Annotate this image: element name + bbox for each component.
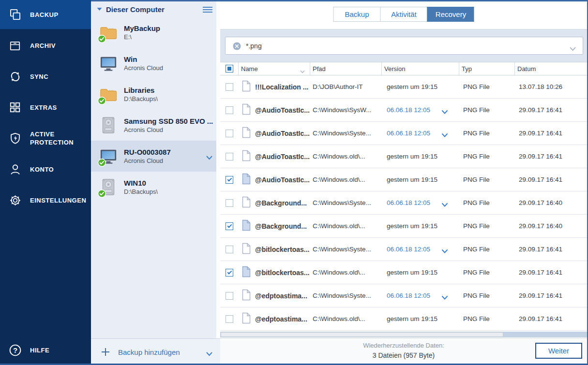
sidebar-item-extras[interactable]: EXTRAS [0,92,91,123]
search-input[interactable] [246,38,563,54]
row-checkbox[interactable] [226,315,233,323]
table-row[interactable]: @bitlockertoas... C:\Windows.old\... ges… [220,261,587,284]
row-checkbox[interactable] [226,153,233,161]
table-row[interactable]: @edptoastima... C:\Windows\Syste... 06.0… [220,284,587,307]
svg-text:?: ? [13,346,17,354]
sidebar-item-sync[interactable]: SYNC [0,61,91,92]
backup-name: Samsung SSD 850 EVO ... [124,117,213,125]
tab-backup[interactable]: Backup [333,7,380,22]
row-checkbox[interactable] [226,106,233,114]
table-row[interactable]: @Background... C:\Windows.old\... gester… [220,215,587,238]
select-all-checkbox[interactable] [226,65,233,73]
table-header: Name Pfad Version Typ Datum [220,62,587,75]
sidebar-item-konto[interactable]: KONTO [0,154,91,185]
file-path: C:\Windows\Syste... [310,122,382,145]
file-version[interactable]: gestern um 19:15 [387,315,437,322]
file-version[interactable]: 06.06.18 12:05 [387,246,430,253]
backup-name: Win [124,55,163,63]
badge-check-icon [98,190,106,198]
extras-icon [0,101,30,114]
backup-location: Acronis Cloud [124,64,163,72]
horizontal-scrollbar[interactable] [220,332,587,337]
folder-icon [99,85,118,104]
version-dropdown-icon[interactable] [442,131,448,139]
next-button[interactable]: Weiter [535,343,582,359]
panel-scrollbar[interactable] [216,1,220,338]
file-version[interactable]: gestern um 19:15 [387,83,437,90]
backup-item-ru-o0003087[interactable]: RU-O0003087 Acronis Cloud [91,141,220,172]
triangle-down-icon [97,7,102,11]
backup-location: D:\Backups\ [124,188,158,195]
file-name: @AudioToastIc... [255,130,310,137]
table-row[interactable]: @AudioToastIc... C:\Windows.old\... gest… [220,168,587,191]
row-checkbox[interactable] [226,246,233,253]
table-row[interactable]: @AudioToastIc... C:\Windows\Syste... 06.… [220,122,587,145]
file-name: @AudioToastIc... [255,153,310,161]
file-version[interactable]: 06.06.18 12:05 [387,106,430,114]
row-checkbox[interactable] [226,199,233,207]
sync-icon [0,70,30,83]
sidebar-item-backup[interactable]: BACKUP [0,0,91,30]
backup-item-win10[interactable]: WIN10 D:\Backups\ [91,172,220,203]
sidebar-item-active-protection[interactable]: ACTIVE PROTECTION [0,123,91,154]
row-checkbox[interactable] [226,83,233,91]
backup-item-mybackup[interactable]: MyBackup E:\ [91,17,220,48]
file-version[interactable]: gestern um 19:15 [387,153,437,160]
add-backup-button[interactable]: Backup hinzufügen [91,338,220,365]
table-row[interactable]: @AudioToastIc... C:\Windows\SysW... 06.0… [220,99,587,122]
backup-panel-header[interactable]: Dieser Computer [91,1,220,17]
tab-recovery[interactable]: Recovery [427,7,474,22]
file-version[interactable]: gestern um 19:15 [387,176,437,183]
version-dropdown-icon[interactable] [442,201,448,208]
drive-icon [99,177,118,197]
column-header-name[interactable]: Name [239,62,310,75]
file-version[interactable]: gestern um 19:15 [387,222,437,230]
tabs-row: Backup Aktivität Recovery [220,1,587,29]
archive-icon [0,39,30,52]
version-dropdown-icon[interactable] [442,294,448,301]
backup-item-libraries[interactable]: Libraries D:\Backups\ [91,79,220,110]
column-header-pfad[interactable]: Pfad [310,62,382,75]
version-dropdown-icon[interactable] [442,108,448,116]
file-name: @bitlockertoas... [255,246,309,253]
select-all-checkbox-cell [220,62,239,75]
file-name: @edptoastima... [255,292,307,300]
table-row[interactable]: @bitlockertoas... C:\Windows\Syste... 06… [220,238,587,261]
version-dropdown-icon[interactable] [442,248,448,255]
file-date: 29.09.17 16:40 [515,191,587,214]
file-version[interactable]: 06.06.18 12:05 [387,130,430,137]
sidebar-item-hilfe[interactable]: ? HILFE [0,337,91,364]
file-date: 29.09.17 16:41 [515,238,587,261]
help-label: HILFE [30,346,49,354]
table-row[interactable]: !!!Localization ... D:\JOB\Author-IT ges… [220,75,587,99]
menu-icon[interactable] [203,5,212,14]
file-version[interactable]: 06.06.18 12:05 [387,292,430,299]
row-checkbox[interactable] [226,292,233,300]
file-name: @edptoastima... [255,315,307,323]
file-path: C:\Windows.old\... [310,261,382,284]
chevron-down-icon[interactable] [206,350,212,358]
row-checkbox[interactable] [226,222,233,230]
sort-icon[interactable] [300,68,305,75]
chevron-down-icon[interactable] [206,153,212,162]
file-version[interactable]: 06.06.18 12:05 [387,199,430,206]
backup-item-win[interactable]: Win Acronis Cloud [91,48,220,79]
table-row[interactable]: @AudioToastIc... C:\Windows.old\... gest… [220,145,587,168]
row-checkbox[interactable] [226,176,233,184]
sidebar-item-einstellungen[interactable]: EINSTELLUNGEN [0,185,91,216]
sidebar-item-archiv[interactable]: ARCHIV [0,30,91,61]
file-version[interactable]: gestern um 19:15 [387,269,437,276]
sidebar: BACKUP ARCHIV SYNC EXTRAS ACTIVE PROTECT… [0,0,91,365]
row-checkbox[interactable] [226,130,233,137]
search-dropdown-icon[interactable] [570,44,576,53]
table-row[interactable]: @edptoastima... C:\Windows.old\... geste… [220,307,587,331]
table-row[interactable]: @Background... C:\Windows\Syste... 06.06… [220,191,587,215]
scrollbar-thumb[interactable] [221,332,503,337]
row-checkbox[interactable] [226,269,233,277]
backup-item-samsung-ssd-850-evo[interactable]: Samsung SSD 850 EVO ... Acronis Cloud [91,110,220,141]
column-header-datum[interactable]: Datum [515,62,587,75]
column-header-version[interactable]: Version [382,62,459,75]
tab-aktivit-t[interactable]: Aktivität [380,7,427,22]
column-header-typ[interactable]: Typ [459,62,515,75]
clear-search-icon[interactable] [233,42,241,52]
